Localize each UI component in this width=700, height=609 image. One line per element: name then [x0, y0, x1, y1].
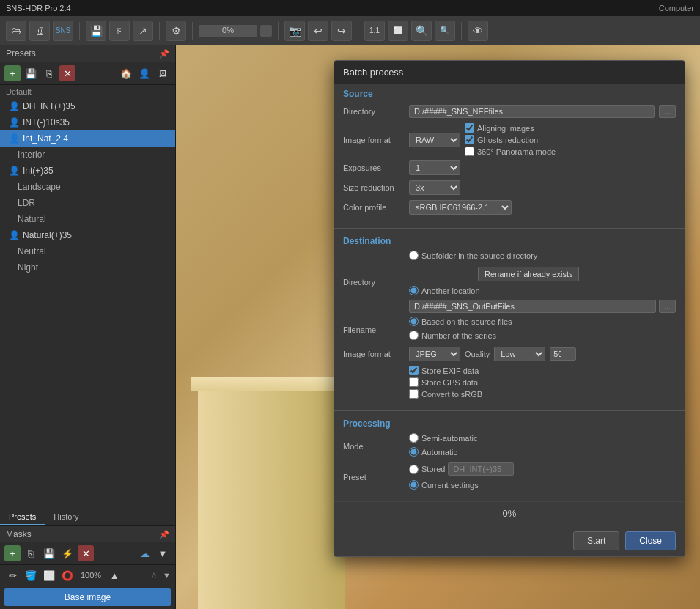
- save-as-button[interactable]: ⎘: [109, 21, 130, 41]
- another-location-radio[interactable]: [409, 286, 419, 295]
- preset-item-natural[interactable]: Natural: [0, 211, 175, 227]
- automatic-label: Automatic: [421, 448, 457, 457]
- tab-history[interactable]: History: [45, 509, 87, 525]
- stored-radio[interactable]: [409, 465, 419, 474]
- export-button[interactable]: ↗: [133, 21, 153, 41]
- delete-mask-button[interactable]: ✕: [78, 545, 94, 561]
- store-gps-checkbox[interactable]: [409, 377, 419, 387]
- location-input[interactable]: [409, 300, 656, 313]
- convert-srgb-checkbox[interactable]: [409, 389, 419, 399]
- image-preset-button[interactable]: 🖼: [155, 65, 171, 81]
- settings-button[interactable]: ⚙: [166, 21, 186, 41]
- subfolder-radio[interactable]: [409, 251, 419, 260]
- zoom-tool-masks[interactable]: ▲: [106, 567, 122, 583]
- camera-button[interactable]: 📷: [284, 21, 305, 41]
- preset-item-landscape[interactable]: Landscape: [0, 179, 175, 195]
- delete-preset-button[interactable]: ✕: [59, 65, 75, 81]
- fill-tool[interactable]: 🪣: [23, 567, 39, 583]
- current-settings-radio[interactable]: [409, 480, 419, 490]
- dialog-overlay: Batch process Source Directory ...: [176, 45, 700, 609]
- preset-item-interior[interactable]: Interior: [0, 147, 175, 163]
- quality-number-input[interactable]: [550, 347, 576, 361]
- based-on-source-radio[interactable]: [409, 317, 419, 326]
- dialog-footer: Start Close: [334, 525, 685, 556]
- preview-button[interactable]: 👁: [468, 21, 488, 41]
- number-of-series-radio[interactable]: [409, 331, 419, 340]
- store-exif-checkbox[interactable]: [409, 366, 419, 375]
- save-mask-button[interactable]: 💾: [41, 545, 57, 561]
- separator5: [358, 22, 358, 40]
- filename-row: Filename Based on the source files: [343, 317, 676, 342]
- save-button[interactable]: 💾: [86, 21, 106, 41]
- circle-tool[interactable]: ⭕: [59, 567, 75, 583]
- flash-mask-button[interactable]: ⚡: [59, 545, 75, 561]
- start-button[interactable]: Start: [573, 531, 619, 550]
- zoomout-button[interactable]: 🔍: [435, 21, 455, 41]
- panorama-checkbox[interactable]: [465, 147, 474, 156]
- home-preset-button[interactable]: 🏠: [118, 65, 134, 81]
- image-format-select[interactable]: RAW JPEG TIFF: [409, 133, 460, 147]
- semi-auto-radio[interactable]: [409, 433, 419, 443]
- masks-header: Masks 📌: [0, 526, 175, 542]
- quality-select[interactable]: LowMediumHigh: [494, 347, 545, 361]
- print-button[interactable]: 🖨: [29, 21, 50, 41]
- based-on-source-label: Based on the source files: [421, 317, 512, 326]
- fit1-button[interactable]: 1:1: [364, 21, 385, 41]
- preset-item-neutral[interactable]: Neutral: [0, 243, 175, 259]
- dest-directory-control: Subfolder in the source directory Rename…: [409, 251, 676, 313]
- save-as-preset-button[interactable]: ⎘: [41, 65, 57, 81]
- exposures-select[interactable]: 12357: [409, 160, 460, 175]
- location-browse[interactable]: ...: [659, 300, 676, 313]
- source-directory-input[interactable]: [409, 105, 655, 118]
- color-profile-select[interactable]: sRGB IEC61966-2.1Adobe RGB: [409, 200, 512, 215]
- source-directory-row: Directory ...: [343, 103, 676, 119]
- separator3: [192, 22, 193, 40]
- size-reduction-select[interactable]: 1x2x3x4x: [409, 180, 460, 195]
- undo-button[interactable]: ↩: [308, 21, 328, 41]
- redo-button[interactable]: ↪: [331, 21, 352, 41]
- ghosts-checkbox[interactable]: [465, 135, 474, 144]
- preset-item-night[interactable]: Night: [0, 259, 175, 276]
- copy-mask-button[interactable]: ⎘: [23, 545, 39, 561]
- brush-tool[interactable]: ✏: [4, 567, 21, 583]
- add-preset-button[interactable]: +: [4, 65, 21, 81]
- dropdown-mask-button[interactable]: ▼: [155, 545, 171, 561]
- rect-tool[interactable]: ⬜: [41, 567, 57, 583]
- main-layout: Presets 📌 + 💾 ⎘ ✕ 🏠 👤 🖼 Default 👤 DH_INT…: [0, 45, 700, 609]
- preset-item-int-nat[interactable]: 👤 Int_Nat_2.4: [0, 130, 175, 147]
- preset-item-int-10s35[interactable]: 👤 INT(-)10s35: [0, 114, 175, 130]
- exposures-control: 12357: [409, 160, 676, 175]
- zoomin-button[interactable]: 🔍: [411, 21, 432, 41]
- quality-label: Quality: [465, 350, 490, 358]
- cloud-mask-button[interactable]: ☁: [136, 545, 152, 561]
- open-button[interactable]: 🗁: [6, 21, 26, 41]
- source-directory-browse[interactable]: ...: [659, 105, 676, 118]
- fit2-button[interactable]: ⬜: [388, 21, 408, 41]
- stored-value-input[interactable]: [448, 462, 514, 476]
- aligning-checkbox[interactable]: [465, 123, 474, 133]
- stop-button[interactable]: [260, 25, 272, 37]
- save-preset-button[interactable]: 💾: [23, 65, 39, 81]
- preset-item-natural-35[interactable]: 👤 Natural(+)35: [0, 227, 175, 243]
- preset-item-dh-int[interactable]: 👤 DH_INT(+)35: [0, 98, 175, 114]
- sns-button[interactable]: SNS: [53, 21, 73, 41]
- base-image-button[interactable]: Base image: [4, 588, 171, 606]
- add-mask-button[interactable]: +: [4, 545, 21, 561]
- divider1: [334, 228, 685, 229]
- progress-label: 0%: [199, 26, 257, 34]
- preset-item-int-35[interactable]: 👤 Int(+)35: [0, 163, 175, 179]
- default-group: Default: [0, 85, 175, 98]
- preset-item-ldr[interactable]: LDR: [0, 195, 175, 211]
- automatic-radio[interactable]: [409, 447, 419, 457]
- close-button[interactable]: Close: [625, 531, 676, 550]
- preset-label: Preset: [343, 473, 409, 481]
- processing-section-header: Processing: [334, 414, 685, 432]
- dest-image-format-control: JPEGTIFFPNG Quality LowMediumHigh: [409, 347, 676, 361]
- exposures-row: Exposures 12357: [343, 160, 676, 176]
- dest-image-format-select[interactable]: JPEGTIFFPNG: [409, 347, 460, 361]
- source-section: Directory ... Image format: [334, 102, 685, 225]
- image-format-row: Image format RAW JPEG TIFF: [343, 123, 676, 156]
- tab-presets[interactable]: Presets: [0, 509, 45, 525]
- number-of-series-label: Number of the series: [421, 331, 496, 340]
- person-preset-button[interactable]: 👤: [136, 65, 152, 81]
